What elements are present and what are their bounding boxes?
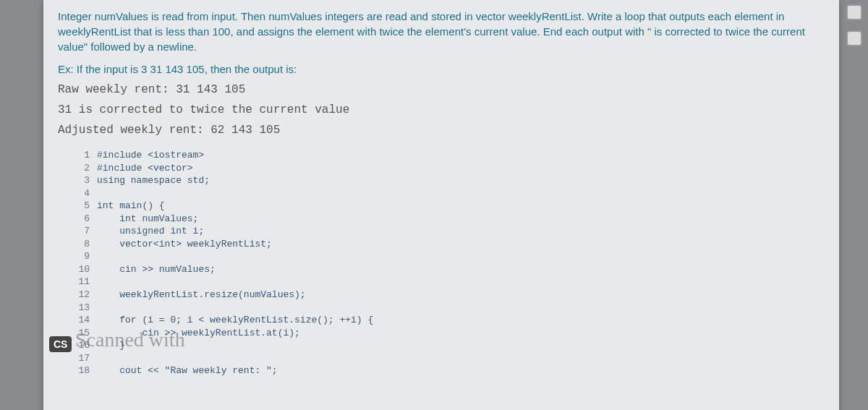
code-line: 9 <box>71 250 825 263</box>
code-line: 11 <box>71 276 825 289</box>
code-line: 14 for (i = 0; i < weeklyRentList.size()… <box>71 314 825 327</box>
code-line: 1#include <iostream> <box>71 149 825 162</box>
expand-top-icon <box>846 4 862 20</box>
expand-bottom-icon <box>846 30 862 46</box>
code-line: 7 unsigned int i; <box>71 225 825 238</box>
arrow-icon: ↕ <box>845 22 864 30</box>
code-line: 5int main() { <box>71 200 825 213</box>
fullscreen-widget[interactable]: ↕ <box>845 4 864 48</box>
code-line: 12 weeklyRentList.resize(numValues); <box>71 289 825 302</box>
code-line: 13 <box>71 302 825 315</box>
code-line: 8 vector<int> weeklyRentList; <box>71 238 825 251</box>
code-line: 3using namespace std; <box>71 174 825 187</box>
problem-statement: Integer numValues is read from input. Th… <box>58 9 825 54</box>
code-line: 4 <box>71 187 825 200</box>
code-block: 1#include <iostream> 2#include <vector> … <box>71 149 825 377</box>
code-line: 2#include <vector> <box>71 162 825 175</box>
code-line: 10 cin >> numValues; <box>71 263 825 276</box>
code-line: 6 int numValues; <box>71 213 825 226</box>
code-line: 18 cout << "Raw weekly rent: "; <box>71 364 825 377</box>
code-line: 17 <box>71 352 825 365</box>
example-output-line-1: Raw weekly rent: 31 143 105 <box>58 81 825 98</box>
code-line: 16 } <box>71 339 825 352</box>
example-label: Ex: If the input is 3 31 143 105, then t… <box>58 63 825 75</box>
example-output-line-2: 31 is corrected to twice the current val… <box>58 101 825 119</box>
document-page: Integer numValues is read from input. Th… <box>43 0 839 410</box>
cs-badge: CS <box>49 336 72 352</box>
example-output-line-3: Adjusted weekly rent: 62 143 105 <box>58 121 825 139</box>
code-line: 15 cin >> weeklyRentList.at(i); <box>71 327 825 340</box>
